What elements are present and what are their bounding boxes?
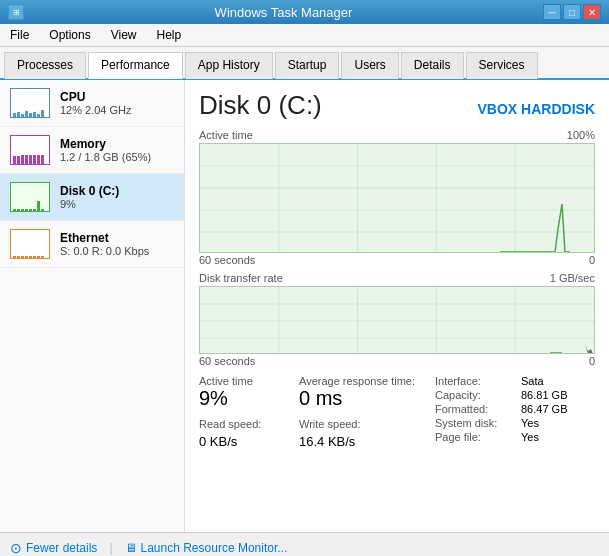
active-time-label: Active time — [199, 375, 279, 387]
chart2-footer: 60 seconds 0 — [199, 355, 595, 367]
cpu-info: CPU 12% 2.04 GHz — [60, 90, 174, 116]
title-bar: ⊞ Windows Task Manager ─ □ ✕ — [0, 0, 609, 24]
ethernet-info: Ethernet S: 0.0 R: 0.0 Kbps — [60, 231, 174, 257]
sidebar-item-ethernet[interactable]: Ethernet S: 0.0 R: 0.0 Kbps — [0, 221, 184, 268]
system-disk-val: Yes — [521, 417, 539, 429]
sidebar: CPU 12% 2.04 GHz Memory 1. — [0, 80, 185, 532]
chart1-footer-right: 0 — [589, 254, 595, 266]
app-icon: ⊞ — [8, 4, 24, 20]
monitor-icon: 🖥 — [125, 541, 137, 555]
tab-startup[interactable]: Startup — [275, 52, 340, 79]
chart1-footer: 60 seconds 0 — [199, 254, 595, 266]
stat-active-time: Active time 9% — [199, 375, 279, 410]
disk-transfer-chart — [199, 286, 595, 354]
stats-left: Active time 9% Average response time: 0 … — [199, 375, 425, 449]
stats-section: Active time 9% Average response time: 0 … — [199, 375, 595, 449]
read-speed-value: 0 KB/s — [199, 434, 279, 449]
tab-users[interactable]: Users — [341, 52, 398, 79]
stat-write-speed: Write speed: 16.4 KB/s — [299, 418, 379, 449]
menu-view[interactable]: View — [105, 26, 143, 44]
info-row-formatted: Formatted: 86.47 GB — [435, 403, 595, 415]
separator: | — [109, 541, 112, 555]
chart1-max: 100% — [567, 129, 595, 141]
detail-subtitle[interactable]: VBOX HARDDISK — [478, 101, 595, 117]
window-controls: ─ □ ✕ — [543, 4, 601, 20]
fewer-details-label: Fewer details — [26, 541, 97, 555]
active-time-value: 9% — [199, 387, 279, 410]
launch-monitor-label: Launch Resource Monitor... — [141, 541, 288, 555]
stat-read-speed: Read speed: 0 KB/s — [199, 418, 279, 449]
tabs-bar: Processes Performance App History Startu… — [0, 47, 609, 80]
sidebar-item-cpu[interactable]: CPU 12% 2.04 GHz — [0, 80, 184, 127]
page-file-key: Page file: — [435, 431, 515, 443]
write-speed-label: Write speed: — [299, 418, 379, 430]
sidebar-item-memory[interactable]: Memory 1.2 / 1.8 GB (65%) — [0, 127, 184, 174]
memory-value: 1.2 / 1.8 GB (65%) — [60, 151, 174, 163]
tab-app-history[interactable]: App History — [185, 52, 273, 79]
maximize-button[interactable]: □ — [563, 4, 581, 20]
tab-details[interactable]: Details — [401, 52, 464, 79]
formatted-val: 86.47 GB — [521, 403, 567, 415]
menu-options[interactable]: Options — [43, 26, 96, 44]
active-time-chart-section: Active time 100% — [199, 129, 595, 266]
ethernet-value: S: 0.0 R: 0.0 Kbps — [60, 245, 174, 257]
launch-monitor-link[interactable]: 🖥 Launch Resource Monitor... — [125, 541, 288, 555]
info-row-page-file: Page file: Yes — [435, 431, 595, 443]
chevron-up-icon: ⊙ — [10, 540, 22, 556]
chart1-label: Active time — [199, 129, 253, 141]
detail-panel: Disk 0 (C:) VBOX HARDDISK Active time 10… — [185, 80, 609, 532]
stats-right: Interface: Sata Capacity: 86.81 GB Forma… — [435, 375, 595, 449]
menu-bar: File Options View Help — [0, 24, 609, 47]
tab-processes[interactable]: Processes — [4, 52, 86, 79]
chart2-label: Disk transfer rate — [199, 272, 283, 284]
interface-val: Sata — [521, 375, 544, 387]
sidebar-item-disk[interactable]: Disk 0 (C:) 9% — [0, 174, 184, 221]
active-time-chart — [199, 143, 595, 253]
disk-info: Disk 0 (C:) 9% — [60, 184, 174, 210]
chart1-header: Active time 100% — [199, 129, 595, 141]
avg-response-value: 0 ms — [299, 387, 415, 410]
chart2-header: Disk transfer rate 1 GB/sec — [199, 272, 595, 284]
cpu-value: 12% 2.04 GHz — [60, 104, 174, 116]
bottom-bar: ⊙ Fewer details | 🖥 Launch Resource Moni… — [0, 532, 609, 556]
disk-value: 9% — [60, 198, 174, 210]
info-row-interface: Interface: Sata — [435, 375, 595, 387]
menu-file[interactable]: File — [4, 26, 35, 44]
minimize-button[interactable]: ─ — [543, 4, 561, 20]
chart2-footer-right: 0 — [589, 355, 595, 367]
cpu-icon-preview — [10, 88, 50, 118]
interface-key: Interface: — [435, 375, 515, 387]
disk-icon-preview — [10, 182, 50, 212]
disk-transfer-chart-section: Disk transfer rate 1 GB/sec — [199, 272, 595, 367]
main-content: CPU 12% 2.04 GHz Memory 1. — [0, 80, 609, 532]
info-table: Interface: Sata Capacity: 86.81 GB Forma… — [435, 375, 595, 443]
chart2-footer-left: 60 seconds — [199, 355, 255, 367]
ethernet-label: Ethernet — [60, 231, 174, 245]
memory-info: Memory 1.2 / 1.8 GB (65%) — [60, 137, 174, 163]
stats-row-2: Read speed: 0 KB/s Write speed: 16.4 KB/… — [199, 418, 425, 449]
chart2-max: 1 GB/sec — [550, 272, 595, 284]
tab-services[interactable]: Services — [466, 52, 538, 79]
write-speed-value: 16.4 KB/s — [299, 434, 379, 449]
ethernet-icon-preview — [10, 229, 50, 259]
avg-response-label: Average response time: — [299, 375, 415, 387]
cpu-label: CPU — [60, 90, 174, 104]
fewer-details-link[interactable]: ⊙ Fewer details — [10, 540, 97, 556]
page-file-val: Yes — [521, 431, 539, 443]
svg-marker-15 — [585, 345, 594, 353]
tab-performance[interactable]: Performance — [88, 52, 183, 79]
capacity-val: 86.81 GB — [521, 389, 567, 401]
info-row-capacity: Capacity: 86.81 GB — [435, 389, 595, 401]
detail-header: Disk 0 (C:) VBOX HARDDISK — [199, 90, 595, 121]
system-disk-key: System disk: — [435, 417, 515, 429]
window-title: Windows Task Manager — [24, 5, 543, 20]
memory-label: Memory — [60, 137, 174, 151]
capacity-key: Capacity: — [435, 389, 515, 401]
detail-title: Disk 0 (C:) — [199, 90, 322, 121]
menu-help[interactable]: Help — [151, 26, 188, 44]
disk-label: Disk 0 (C:) — [60, 184, 174, 198]
stats-row-1: Active time 9% Average response time: 0 … — [199, 375, 425, 410]
memory-icon-preview — [10, 135, 50, 165]
close-button[interactable]: ✕ — [583, 4, 601, 20]
info-row-system-disk: System disk: Yes — [435, 417, 595, 429]
